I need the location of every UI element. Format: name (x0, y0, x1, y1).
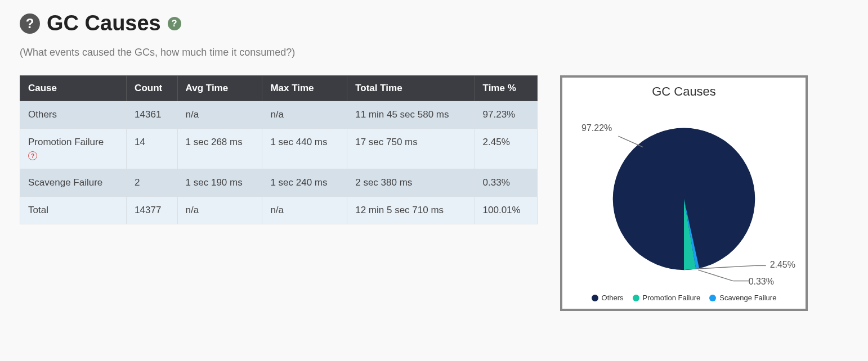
cell-avg: n/a (177, 101, 262, 129)
table-row: Promotion Failure ? 14 1 sec 268 ms 1 se… (20, 129, 538, 169)
col-cause: Cause (20, 76, 127, 101)
col-pct: Time % (475, 76, 537, 101)
legend-item-others[interactable]: Others (592, 294, 624, 302)
cell-cause: Others (20, 101, 127, 129)
col-count: Count (127, 76, 178, 101)
chart-title: GC Causes (569, 84, 799, 99)
cell-pct: 2.45% (475, 129, 537, 169)
pie-chart-container: GC Causes 97.22% (560, 75, 808, 311)
leader-line (698, 270, 733, 281)
cell-total: 2 sec 380 ms (347, 169, 475, 196)
cell-max: 1 sec 240 ms (262, 169, 347, 196)
gc-causes-table: Cause Count Avg Time Max Time Total Time… (20, 75, 538, 224)
pie-label-others: 97.22% (581, 123, 612, 133)
cell-total: 12 min 5 sec 710 ms (347, 196, 475, 224)
legend-dot-icon (709, 295, 716, 301)
table-row: Scavenge Failure 2 1 sec 190 ms 1 sec 24… (20, 169, 538, 196)
cause-label: Promotion Failure (28, 137, 104, 147)
help-icon[interactable]: ? (20, 13, 40, 34)
cell-total: 17 sec 750 ms (347, 129, 475, 169)
cell-cause: Total (20, 196, 127, 224)
page-title-row: ? GC Causes ? (20, 11, 848, 35)
pie-chart: 97.22% 2.45% 0.33% (569, 103, 799, 289)
cell-count: 14 (127, 129, 178, 169)
cell-avg: n/a (177, 196, 262, 224)
cell-avg: 1 sec 190 ms (177, 169, 262, 196)
legend-label: Others (602, 294, 624, 302)
legend-dot-icon (592, 295, 598, 301)
cell-count: 2 (127, 169, 178, 196)
pie-label-scavenge: 0.33% (749, 277, 774, 287)
cell-max: n/a (262, 101, 347, 129)
legend-item-promotion[interactable]: Promotion Failure (633, 294, 701, 302)
content-row: Cause Count Avg Time Max Time Total Time… (20, 75, 848, 311)
col-max: Max Time (262, 76, 347, 101)
legend-label: Promotion Failure (643, 294, 701, 302)
table-row: Total 14377 n/a n/a 12 min 5 sec 710 ms … (20, 196, 538, 224)
col-avg: Avg Time (177, 76, 262, 101)
cell-pct: 100.01% (475, 196, 537, 224)
cell-pct: 97.23% (475, 101, 537, 129)
table-header-row: Cause Count Avg Time Max Time Total Time… (20, 76, 538, 101)
cell-max: n/a (262, 196, 347, 224)
error-icon[interactable]: ? (28, 151, 37, 160)
legend-label: Scavenge Failure (719, 294, 776, 302)
cell-count: 14361 (127, 101, 178, 129)
pie-label-promotion: 2.45% (770, 260, 795, 270)
cell-count: 14377 (127, 196, 178, 224)
cell-cause: Promotion Failure ? (20, 129, 127, 169)
help-icon-small[interactable]: ? (168, 17, 181, 30)
table-row: Others 14361 n/a n/a 11 min 45 sec 580 m… (20, 101, 538, 129)
cell-avg: 1 sec 268 ms (177, 129, 262, 169)
leader-line (618, 136, 643, 147)
cell-cause: Scavenge Failure (20, 169, 127, 196)
page-subtitle: (What events caused the GCs, how much ti… (20, 47, 848, 58)
page-title: GC Causes (47, 11, 161, 35)
col-total: Total Time (347, 76, 475, 101)
cell-max: 1 sec 440 ms (262, 129, 347, 169)
legend-dot-icon (633, 295, 639, 301)
cell-total: 11 min 45 sec 580 ms (347, 101, 475, 129)
chart-legend: Others Promotion Failure Scavenge Failur… (569, 294, 799, 302)
legend-item-scavenge[interactable]: Scavenge Failure (709, 294, 776, 302)
cell-pct: 0.33% (475, 169, 537, 196)
